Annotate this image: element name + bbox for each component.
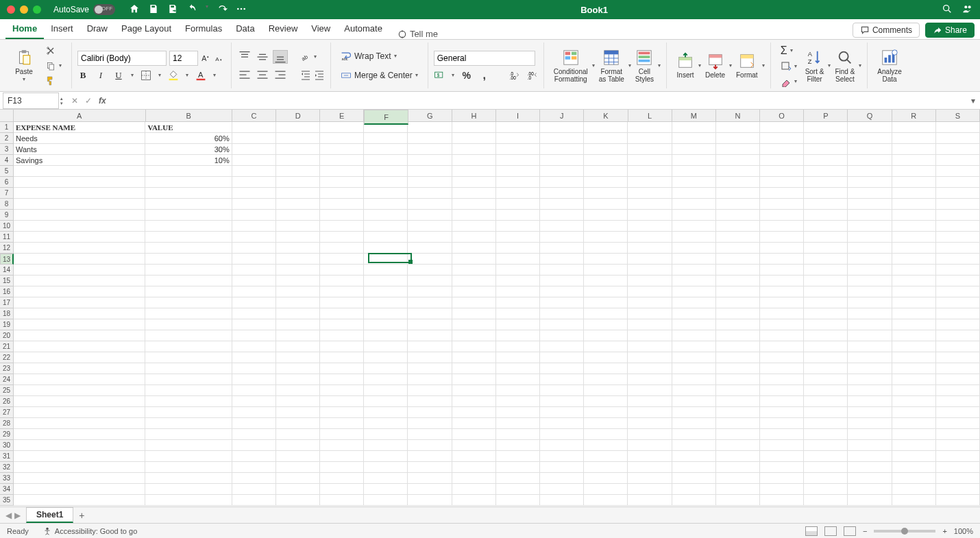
cell-R1[interactable] — [892, 122, 936, 133]
cell-K20[interactable] — [584, 330, 628, 341]
cell-E8[interactable] — [320, 199, 364, 210]
tab-review[interactable]: Review — [262, 19, 305, 39]
row-header-24[interactable]: 24 — [0, 374, 14, 385]
cell-D25[interactable] — [276, 385, 320, 396]
cell-F8[interactable] — [364, 199, 408, 210]
expand-formula-bar-icon[interactable]: ▾ — [966, 96, 980, 106]
cell-S28[interactable] — [936, 418, 980, 429]
cell-K12[interactable] — [584, 243, 628, 254]
cell-A22[interactable] — [14, 352, 145, 363]
cell-D9[interactable] — [276, 210, 320, 221]
cell-J17[interactable] — [540, 297, 584, 308]
cell-R7[interactable] — [892, 188, 936, 199]
cell-P24[interactable] — [804, 374, 848, 385]
cell-A8[interactable] — [14, 199, 145, 210]
cell-R32[interactable] — [892, 462, 936, 473]
cell-S10[interactable] — [936, 221, 980, 232]
cell-E20[interactable] — [320, 330, 364, 341]
delete-cells-button[interactable]: Delete — [701, 51, 729, 80]
sheet-tab-sheet1[interactable]: Sheet1 — [26, 507, 73, 523]
cell-S1[interactable] — [936, 122, 980, 133]
cell-L8[interactable] — [628, 199, 672, 210]
cell-J21[interactable] — [540, 341, 584, 352]
cell-C7[interactable] — [232, 188, 276, 199]
cell-A20[interactable] — [14, 330, 145, 341]
cell-P22[interactable] — [804, 352, 848, 363]
cell-S9[interactable] — [936, 210, 980, 221]
cell-F33[interactable] — [364, 473, 408, 484]
undo-dropdown-icon[interactable]: ▾ — [206, 3, 208, 16]
cell-B14[interactable] — [145, 265, 232, 276]
cell-M22[interactable] — [672, 352, 716, 363]
cell-I33[interactable] — [496, 473, 540, 484]
column-header-L[interactable]: L — [628, 110, 672, 122]
cell-I25[interactable] — [496, 385, 540, 396]
cell-F15[interactable] — [364, 276, 408, 286]
font-color-button[interactable]: A — [195, 70, 206, 81]
italic-button[interactable]: I — [95, 70, 106, 81]
row-header-35[interactable]: 35 — [0, 495, 14, 506]
cell-Q19[interactable] — [848, 319, 892, 330]
cell-A32[interactable] — [14, 462, 145, 473]
cell-D29[interactable] — [276, 429, 320, 440]
cell-N2[interactable] — [716, 133, 760, 144]
cell-C26[interactable] — [232, 396, 276, 407]
cell-S3[interactable] — [936, 144, 980, 155]
cell-H2[interactable] — [452, 133, 496, 144]
tell-me-button[interactable]: Tell me — [397, 29, 438, 39]
find-select-button[interactable]: Find & Select — [831, 47, 859, 84]
cell-G30[interactable] — [408, 440, 452, 451]
cell-Q32[interactable] — [848, 462, 892, 473]
cell-N14[interactable] — [716, 265, 760, 276]
cell-N5[interactable] — [716, 166, 760, 177]
cell-F5[interactable] — [364, 166, 408, 177]
cell-R3[interactable] — [892, 144, 936, 155]
cell-H19[interactable] — [452, 319, 496, 330]
cell-H3[interactable] — [452, 144, 496, 155]
cell-E34[interactable] — [320, 484, 364, 495]
cell-L9[interactable] — [628, 210, 672, 221]
cell-A21[interactable] — [14, 341, 145, 352]
tab-draw[interactable]: Draw — [80, 19, 114, 39]
cell-E13[interactable] — [320, 254, 364, 265]
cell-A13[interactable] — [14, 254, 145, 265]
cell-J34[interactable] — [540, 484, 584, 495]
share-people-icon[interactable] — [962, 3, 973, 16]
cell-P18[interactable] — [804, 308, 848, 319]
cell-S4[interactable] — [936, 155, 980, 166]
comma-format-button[interactable]: , — [479, 70, 490, 81]
cell-B31[interactable] — [145, 451, 232, 462]
cell-J5[interactable] — [540, 166, 584, 177]
cell-N33[interactable] — [716, 473, 760, 484]
cell-B23[interactable] — [145, 363, 232, 374]
cell-C33[interactable] — [232, 473, 276, 484]
cell-D14[interactable] — [276, 265, 320, 276]
cell-J26[interactable] — [540, 396, 584, 407]
row-header-6[interactable]: 6 — [0, 177, 14, 188]
cell-P33[interactable] — [804, 473, 848, 484]
cell-P34[interactable] — [804, 484, 848, 495]
cell-L15[interactable] — [628, 276, 672, 286]
cell-A33[interactable] — [14, 473, 145, 484]
cell-A12[interactable] — [14, 243, 145, 254]
cell-O6[interactable] — [760, 177, 804, 188]
cell-M14[interactable] — [672, 265, 716, 276]
cell-B32[interactable] — [145, 462, 232, 473]
border-button[interactable] — [140, 70, 151, 81]
align-middle-button[interactable] — [255, 50, 270, 64]
cell-E19[interactable] — [320, 319, 364, 330]
cell-L22[interactable] — [628, 352, 672, 363]
cell-I8[interactable] — [496, 199, 540, 210]
cell-B5[interactable] — [145, 166, 232, 177]
maximize-window-button[interactable] — [33, 5, 41, 14]
cell-I9[interactable] — [496, 210, 540, 221]
cell-G18[interactable] — [408, 308, 452, 319]
cell-P1[interactable] — [804, 122, 848, 133]
cell-E7[interactable] — [320, 188, 364, 199]
cell-K10[interactable] — [584, 221, 628, 232]
autosave-switch[interactable]: OFF — [93, 4, 115, 15]
cell-N24[interactable] — [716, 374, 760, 385]
cell-O4[interactable] — [760, 155, 804, 166]
search-icon[interactable] — [942, 3, 953, 16]
undo-icon[interactable] — [186, 3, 197, 16]
